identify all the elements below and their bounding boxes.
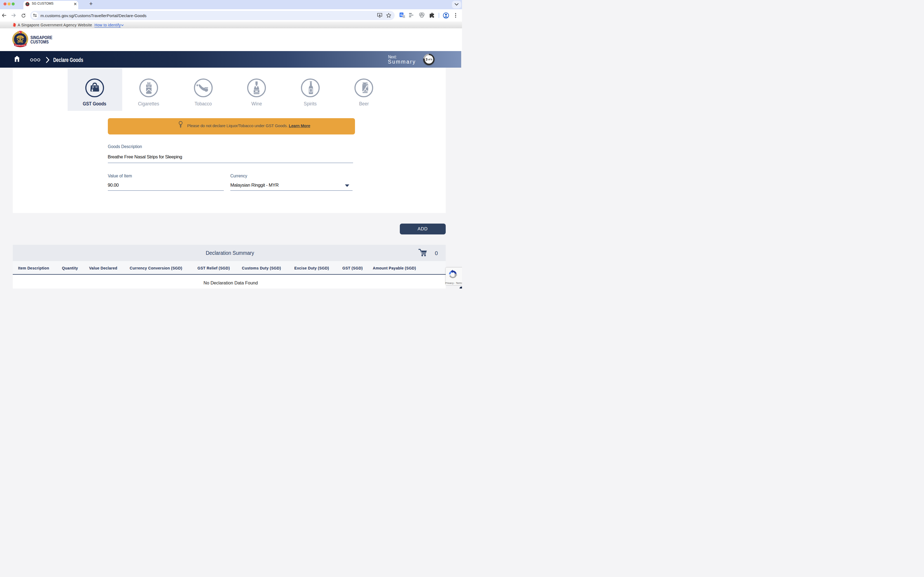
svg-text:G: G [400, 13, 402, 16]
svg-text:SINGAPORE CUSTOMS: SINGAPORE CUSTOMS [14, 45, 26, 46]
svg-text:文: 文 [403, 15, 405, 18]
